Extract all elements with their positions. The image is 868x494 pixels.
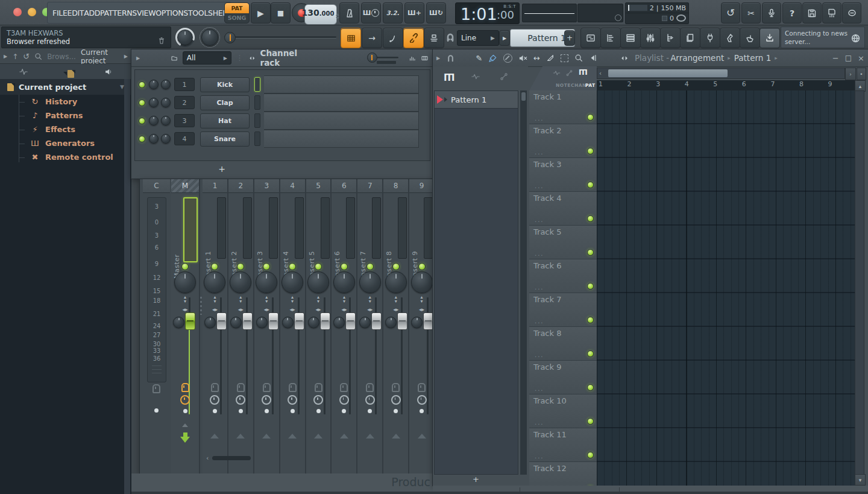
channel-volume-knob[interactable] bbox=[161, 98, 171, 107]
tab-patterns-icon[interactable]: Ш bbox=[579, 68, 588, 76]
playlist-menu-icon[interactable]: ▶ bbox=[436, 55, 440, 61]
insert-clock-icon[interactable] bbox=[391, 395, 401, 405]
insert-peak-meter[interactable] bbox=[424, 197, 433, 259]
menu-item[interactable]: ADD bbox=[84, 8, 100, 17]
insert-stereo-sep-control[interactable]: ▴▾ bbox=[306, 295, 331, 303]
channel-number-box[interactable]: 4 bbox=[174, 132, 195, 145]
playlist-track-header[interactable]: Track 3 ... bbox=[529, 158, 597, 191]
insert-clock-icon[interactable] bbox=[236, 395, 245, 405]
track-enable-led[interactable] bbox=[587, 114, 594, 121]
tab-automation-icon[interactable] bbox=[565, 69, 573, 77]
channel-enable-led[interactable] bbox=[139, 136, 145, 142]
pattern-picker-item[interactable]: Pattern 1 bbox=[435, 91, 518, 109]
master-pan-knob[interactable] bbox=[174, 271, 196, 293]
track-name-label[interactable]: Track 2 bbox=[533, 126, 561, 135]
track-enable-led[interactable] bbox=[587, 384, 594, 391]
channel-step-area[interactable] bbox=[264, 75, 419, 93]
spectrum-panel[interactable] bbox=[577, 4, 623, 22]
insert-clock-icon[interactable] bbox=[365, 395, 375, 405]
swing-slider-handle[interactable] bbox=[367, 52, 377, 63]
maximize-window-icon[interactable]: □ bbox=[845, 54, 852, 62]
playlist-hscrollbar[interactable]: ‹ bbox=[597, 68, 845, 79]
insert-dot-icon[interactable] bbox=[239, 409, 243, 413]
tab-audio-icon[interactable] bbox=[552, 69, 561, 77]
typing-keyboard-link-toggle[interactable] bbox=[403, 28, 424, 48]
insert-route-icon[interactable] bbox=[418, 434, 426, 439]
master-pan-arrows[interactable]: ◂▸ bbox=[171, 306, 199, 312]
track-options-dots[interactable]: ... bbox=[535, 385, 544, 392]
track-name-label[interactable]: Track 12 bbox=[533, 464, 567, 473]
track-options-dots[interactable]: ... bbox=[535, 250, 544, 257]
insert-mute-lamp-icon[interactable] bbox=[237, 383, 245, 392]
insert-dot-icon[interactable] bbox=[316, 409, 321, 413]
mute-tool-icon[interactable] bbox=[518, 54, 527, 63]
track-options-dots[interactable]: ... bbox=[535, 419, 544, 426]
pat-song-switch[interactable]: PAT SONG bbox=[224, 2, 250, 24]
picker-add-button[interactable]: + bbox=[473, 475, 479, 484]
insert-stereo-knob[interactable] bbox=[308, 317, 319, 328]
insert-stereo-sep-control[interactable]: ▴▾ bbox=[332, 295, 356, 303]
mixer-master-header[interactable]: M bbox=[171, 179, 199, 193]
menu-item[interactable]: VIEW bbox=[137, 8, 156, 17]
keyboard-editor-icon[interactable] bbox=[421, 54, 428, 62]
insert-peak-meter[interactable] bbox=[269, 197, 278, 259]
pattern-menu-button[interactable]: ▶ bbox=[499, 30, 510, 46]
track-options-dots[interactable]: ... bbox=[535, 352, 544, 358]
insert-pan-arrows[interactable]: ◂▸ bbox=[306, 306, 331, 312]
insert-strip-header[interactable]: 3 bbox=[254, 179, 279, 193]
track-enable-led[interactable] bbox=[587, 418, 594, 425]
insert-clock-icon[interactable] bbox=[313, 395, 323, 405]
insert-dot-icon[interactable] bbox=[368, 409, 372, 413]
insert-route-icon[interactable] bbox=[314, 434, 322, 439]
pat-mode-label[interactable]: PAT bbox=[225, 3, 249, 13]
loop-recording-button[interactable]: Ш↻ bbox=[426, 2, 446, 24]
mixer-window-toggle[interactable] bbox=[640, 28, 661, 48]
insert-mute-lamp-icon[interactable] bbox=[418, 383, 426, 392]
insert-volume-fader[interactable] bbox=[371, 312, 382, 330]
playlist-track-header[interactable]: Track 4 ... bbox=[529, 192, 597, 225]
insert-strip-header[interactable]: 9 bbox=[409, 179, 434, 193]
cut-button[interactable]: ✂ bbox=[741, 2, 761, 24]
master-clock-icon[interactable] bbox=[180, 395, 190, 405]
channel-rack-window-toggle[interactable] bbox=[620, 28, 641, 48]
insert-route-icon[interactable] bbox=[262, 434, 271, 439]
browser-menu-icon[interactable]: ▶ bbox=[4, 54, 7, 59]
snap-magnet-icon[interactable] bbox=[445, 32, 456, 43]
insert-enable-led[interactable] bbox=[289, 263, 296, 270]
track-enable-led[interactable] bbox=[587, 283, 594, 290]
insert-strip-header[interactable]: 6 bbox=[332, 179, 356, 193]
insert-strip-header[interactable]: 8 bbox=[383, 179, 408, 193]
insert-pan-arrows[interactable]: ◂▸ bbox=[383, 306, 408, 312]
picker-tab-patterns-icon[interactable]: Ш bbox=[444, 71, 455, 82]
time-display[interactable]: B:S:T 1:01 :00 bbox=[455, 2, 520, 24]
insert-strip-header[interactable]: 5 bbox=[306, 179, 331, 193]
insert-strip-header[interactable]: 7 bbox=[357, 179, 382, 193]
insert-mute-lamp-icon[interactable] bbox=[366, 383, 374, 392]
draw-tool-icon[interactable]: ✎ bbox=[476, 54, 482, 62]
master-dot-icon[interactable] bbox=[183, 409, 187, 413]
insert-volume-fader[interactable] bbox=[216, 312, 227, 330]
channel-number-box[interactable]: 1 bbox=[174, 78, 195, 91]
recording-button[interactable] bbox=[762, 2, 781, 24]
insert-volume-fader[interactable] bbox=[345, 312, 356, 330]
channel-name-button[interactable]: Clap bbox=[200, 95, 250, 110]
insert-dot-icon[interactable] bbox=[420, 409, 424, 413]
save-button[interactable] bbox=[802, 2, 822, 24]
playlist-track-header[interactable]: Track 5 ... bbox=[529, 226, 597, 259]
channel-pan-knob[interactable] bbox=[149, 98, 159, 107]
insert-pan-knob[interactable] bbox=[385, 271, 407, 293]
playlist-track-header[interactable]: Track 2 ... bbox=[529, 124, 597, 157]
tab-note-label[interactable]: NOTE bbox=[556, 83, 571, 88]
menu-item[interactable]: TOOLS bbox=[188, 8, 213, 17]
mixer-insert-strip[interactable]: 9 Insert 9 ▴▾ ◂▸ bbox=[409, 179, 435, 473]
track-name-label[interactable]: Track 9 bbox=[533, 363, 561, 372]
insert-clock-icon[interactable] bbox=[210, 395, 219, 405]
insert-mute-lamp-icon[interactable] bbox=[340, 383, 348, 392]
insert-enable-led[interactable] bbox=[237, 263, 244, 270]
track-options-dots[interactable]: ... bbox=[535, 217, 544, 223]
track-enable-led[interactable] bbox=[587, 452, 594, 458]
mixer-insert-strip[interactable]: 7 Insert 7 ▴▾ ◂▸ bbox=[357, 179, 383, 473]
insert-mute-lamp-icon[interactable] bbox=[211, 383, 219, 392]
insert-enable-led[interactable] bbox=[366, 263, 374, 270]
track-enable-led[interactable] bbox=[587, 215, 594, 222]
